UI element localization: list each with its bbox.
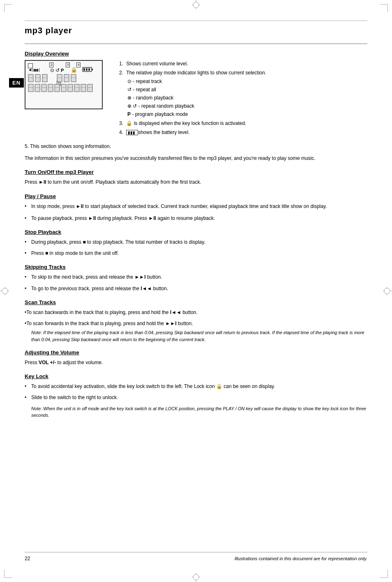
svg-rect-47: [61, 84, 66, 92]
turn-on-off-header: Turn On/Off the mp3 Player: [25, 169, 367, 175]
repeat-all-icon: ↺: [55, 67, 60, 73]
skipping-tracks-section: Skipping Tracks To skip to the next trac…: [25, 264, 367, 292]
display-overview-section: Display Overview 2 3 4 5 ◄▮▮▮: [25, 51, 367, 150]
stop-playback-header: Stop Playback: [25, 229, 367, 235]
crosshair-bottom: [192, 573, 200, 582]
svg-point-5: [193, 574, 199, 580]
sub-item-program: P - program playback mode: [127, 111, 367, 118]
sub-item-repeat-track: ⊙ - repeat track: [127, 78, 367, 85]
display-numbered-list: 1. Shows current volume level. 2. The re…: [119, 60, 367, 136]
svg-rect-24: [88, 68, 90, 71]
crosshair-right: [383, 287, 392, 295]
volume-text: Press VOL +/- to adjust the volume.: [25, 359, 367, 367]
stop-playback-section: Stop Playback During playback, press ■ t…: [25, 229, 367, 257]
svg-rect-33: [64, 74, 69, 82]
scan-forward: •To scan forwards in the track that is p…: [25, 320, 367, 328]
sub-item-random: ⊗ - random playback: [127, 94, 367, 102]
sub-item-repeat-random: ⊗ ↺ - repeat random playback: [127, 102, 367, 110]
svg-rect-55: [88, 84, 92, 92]
seg-2f: [61, 84, 67, 92]
footer: 22 Illustrations contained in this docum…: [25, 552, 367, 561]
seg-2e: [54, 84, 60, 92]
repeat-icon: ⊙: [50, 67, 54, 73]
lcd-mode-icons: ⊙ ↺ P: [50, 67, 64, 73]
footer-note: Illustrations contained in this document…: [235, 556, 367, 561]
stop-bullet-2: Press ■ in stop mode to turn the unit of…: [25, 249, 367, 257]
svg-rect-23: [86, 68, 88, 71]
seg-row-2: [28, 84, 93, 92]
page: mp3 player EN Display Overview 2 3 4 5 ◄…: [0, 0, 392, 582]
seg-1b: [35, 74, 41, 82]
seg-1e: [64, 74, 69, 82]
svg-rect-27: [35, 74, 40, 82]
skip-bullet-2: To go to the previous track, press and r…: [25, 285, 367, 293]
svg-rect-39: [35, 84, 40, 92]
title-rule: [25, 44, 367, 44]
svg-rect-45: [55, 84, 60, 92]
svg-point-0: [193, 2, 199, 8]
page-title: mp3 player: [25, 26, 367, 35]
scan-backward: •To scan backwards in the track that is …: [25, 309, 367, 316]
seg-2i: [81, 84, 86, 92]
svg-rect-37: [28, 84, 33, 92]
play-pause-section: Play / Pause In stop mode, press ►II to …: [25, 193, 367, 222]
svg-rect-41: [42, 84, 46, 92]
page-number: 22: [25, 556, 30, 561]
seg-1d: [57, 74, 62, 82]
top-rule: [25, 21, 367, 21]
svg-rect-43: [48, 84, 53, 92]
key-lock-bullet-2: Slide to the switch to the right to unlo…: [25, 394, 367, 402]
seg-2b: [35, 84, 40, 92]
corner-mark-bl: [4, 570, 12, 578]
battery-svg: [82, 67, 94, 72]
svg-rect-21: [92, 69, 93, 70]
play-pause-bullet-1: In stop mode, press ►II to start playbac…: [25, 203, 367, 210]
en-badge: EN: [9, 78, 24, 88]
scan-note: Note: If the elapsed time of the playing…: [31, 329, 367, 343]
svg-point-10: [2, 288, 8, 294]
key-lock-header: Key Lock: [25, 373, 367, 379]
svg-point-15: [384, 288, 390, 294]
svg-rect-25: [28, 74, 33, 82]
sub-item-repeat-all: ↺ - repeat all: [127, 86, 367, 93]
adjusting-volume-header: Adjusting the Volume: [25, 349, 367, 356]
stop-bullet-1: During playback, press ■ to stop playbac…: [25, 238, 367, 246]
prog-icon: P: [61, 68, 64, 73]
key-lock-note: Note: When the unit is in off mode and t…: [31, 405, 367, 419]
key-lock-section: Key Lock To avoid accidental key activat…: [25, 373, 367, 418]
display-overview-header: Display Overview: [25, 51, 367, 57]
svg-rect-53: [81, 84, 86, 92]
crosshair-top: [192, 0, 200, 9]
seg-1c: [42, 74, 48, 82]
lcd-display: 2 3 4 5 ◄▮▮▮ ⊙ ↺ P: [25, 60, 103, 109]
svg-rect-22: [83, 68, 85, 71]
skip-bullet-1: To skip to the next track, press and rel…: [25, 273, 367, 281]
lcd-battery-icon: [82, 67, 94, 74]
scan-tracks-section: Scan Tracks •To scan backwards in the tr…: [25, 299, 367, 343]
display-list: 1. Shows current volume level. 2. The re…: [119, 60, 367, 138]
intro-paragraph: The information in this section presumes…: [25, 155, 367, 162]
seg-2g: [67, 84, 73, 92]
turn-on-off-section: Turn On/Off the mp3 Player Press ►II to …: [25, 169, 367, 186]
svg-rect-35: [71, 74, 76, 82]
callout-2: 2: [49, 62, 53, 67]
svg-rect-31: [57, 74, 62, 82]
adjusting-volume-section: Adjusting the Volume Press VOL +/- to ad…: [25, 349, 367, 367]
display-item-4: 4. ▮▮▮ shows the battery level.: [119, 129, 367, 136]
play-pause-header: Play / Pause: [25, 193, 367, 199]
corner-mark-tl: [4, 4, 12, 12]
key-lock-bullet-1: To avoid accidental key activation, slid…: [25, 383, 367, 390]
seg-2c: [41, 84, 47, 92]
svg-rect-49: [68, 84, 73, 92]
lcd-panel: 2 3 4 5 ◄▮▮▮ ⊙ ↺ P: [25, 60, 107, 138]
note-5: 5. This section shows song information.: [25, 143, 367, 150]
seg-2a: [28, 84, 34, 92]
sub-mode-list: ⊙ - repeat track ↺ - repeat all ⊗ - rand…: [119, 78, 367, 118]
seg-1a: [28, 74, 34, 82]
seg-row-1: [28, 74, 76, 82]
callout-1-box: [28, 63, 33, 68]
callout-3: 3: [66, 62, 70, 67]
play-pause-bullet-2: To pause playback, press ►II during play…: [25, 215, 367, 222]
display-item-2: 2. The relative play mode indicator ligh…: [119, 69, 367, 118]
seg-2j: [87, 84, 93, 92]
